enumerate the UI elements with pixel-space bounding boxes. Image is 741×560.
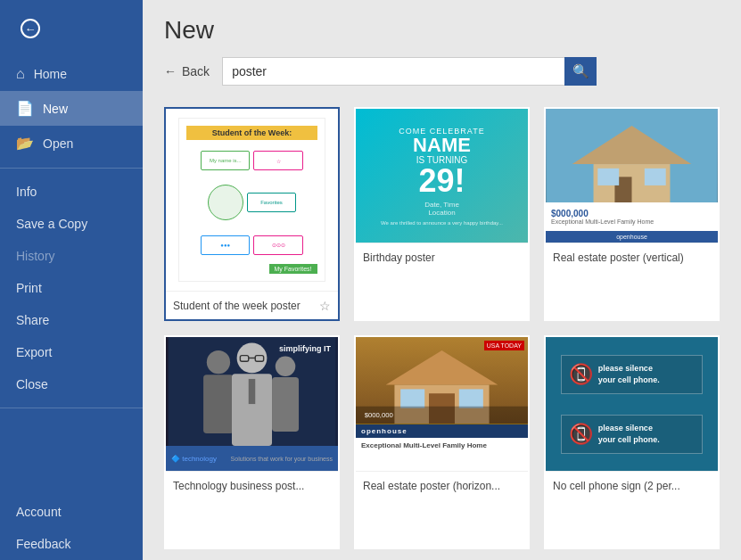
student-card-pink: ☆ xyxy=(253,151,302,170)
student-card-pink2: ⊙⊙⊙ xyxy=(253,235,302,255)
student-fav-tag: My Favorites! xyxy=(269,264,317,274)
template-card-realestate-horiz[interactable]: USA TODAY xyxy=(354,335,530,549)
sidebar-item-label-info: Info xyxy=(16,185,37,199)
realestate-house-img xyxy=(546,109,718,202)
cell-icon-2: 📵 xyxy=(569,423,593,446)
sidebar-divider-2 xyxy=(0,408,143,408)
svg-text:$000,000: $000,000 xyxy=(365,411,393,419)
template-label-realestate-horiz: Real estate poster (horizon... xyxy=(356,471,528,499)
sidebar-nav: ⌂ Home 📄 New 📂 Open Info Save a Copy His… xyxy=(0,57,143,416)
search-button[interactable]: 🔍 xyxy=(564,57,597,86)
template-name-birthday: Birthday poster xyxy=(363,251,435,264)
re2-desc: Exceptional Multi-Level Family Home xyxy=(361,441,523,449)
re2-info: Exceptional Multi-Level Family Home xyxy=(356,438,528,472)
svg-rect-13 xyxy=(249,379,256,404)
svg-point-9 xyxy=(276,357,296,377)
realestate-agency-bar: openhouse xyxy=(546,231,718,243)
realestate-price: $000,000 xyxy=(551,209,654,218)
cell-text-1: please silence your cell phone. xyxy=(598,363,660,385)
template-card-student-week[interactable]: Student of the Week: My name is... ☆ Fav… xyxy=(164,107,340,321)
main-header: New ← Back 🔍 xyxy=(143,0,741,103)
template-thumb-cell-phone: 📵 please silence your cell phone. 📵 plea… xyxy=(546,337,718,471)
student-card-green: My name is... xyxy=(201,151,250,170)
sidebar-item-feedback[interactable]: Feedback xyxy=(0,528,143,560)
sidebar-item-print[interactable]: Print xyxy=(0,272,143,304)
template-thumb-birthday: COME CELEBRATE NAME IS TURNING 29! Date,… xyxy=(356,109,528,243)
sidebar-item-new[interactable]: 📄 New xyxy=(0,91,143,126)
sidebar-item-account[interactable]: Account xyxy=(0,496,143,528)
student-card-teal: Favorites xyxy=(247,193,296,212)
sidebar-item-label-history: History xyxy=(16,249,55,263)
template-label-birthday: Birthday poster xyxy=(356,243,528,271)
sidebar-item-export[interactable]: Export xyxy=(0,336,143,368)
bday-details-text: Date, TimeLocation xyxy=(424,201,459,217)
template-card-cell-phone[interactable]: 📵 please silence your cell phone. 📵 plea… xyxy=(544,335,720,549)
search-input[interactable] xyxy=(222,57,597,86)
home-icon: ⌂ xyxy=(16,66,25,82)
templates-grid: Student of the Week: My name is... ☆ Fav… xyxy=(143,103,741,560)
cell-icon-1: 📵 xyxy=(569,363,593,386)
techbiz-people xyxy=(166,337,338,446)
sidebar-item-label-export: Export xyxy=(16,345,52,359)
back-arrow-icon: ← xyxy=(164,64,177,78)
svg-rect-23 xyxy=(459,389,483,408)
search-icon: 🔍 xyxy=(572,63,589,79)
back-circle-icon: ← xyxy=(21,19,40,38)
sidebar-divider-1 xyxy=(0,168,143,169)
sidebar-item-close[interactable]: Close xyxy=(0,368,143,400)
template-label-cell-phone: No cell phone sign (2 per... xyxy=(546,471,718,499)
svg-rect-5 xyxy=(645,169,666,185)
sidebar-item-open[interactable]: 📂 Open xyxy=(0,126,143,161)
cell-text-2: please silence your cell phone. xyxy=(598,423,660,445)
sidebar-item-label-account: Account xyxy=(16,505,62,519)
sidebar-item-label-close: Close xyxy=(16,377,48,391)
re2-badge: USA TODAY xyxy=(484,341,524,350)
template-card-tech-biz[interactable]: simplifying IT 🔷 technology Solutions th… xyxy=(164,335,340,549)
techbiz-tagline: Solutions that work for your business xyxy=(231,456,333,462)
sidebar-bottom: Account Feedback xyxy=(0,496,143,560)
search-box: 🔍 xyxy=(222,57,597,86)
student-poster-inner: Student of the Week: My name is... ☆ Fav… xyxy=(178,118,325,282)
realestate-info: $000,000 Exceptional Multi-Level Family … xyxy=(546,202,718,231)
template-name-realestate-vert: Real estate poster (vertical) xyxy=(553,251,684,264)
back-arrow-icon: ← xyxy=(25,22,37,36)
sidebar-item-label-open: Open xyxy=(43,136,73,151)
bday-age-text: 29! xyxy=(418,165,465,197)
svg-rect-4 xyxy=(597,169,619,185)
template-card-realestate-vert[interactable]: USA TODAY $ xyxy=(544,107,720,321)
realestate-vert-poster: USA TODAY $ xyxy=(546,109,718,243)
sidebar-item-save-copy[interactable]: Save a Copy xyxy=(0,208,143,240)
sidebar-item-info[interactable]: Info xyxy=(0,176,143,208)
birthday-poster: COME CELEBRATE NAME IS TURNING 29! Date,… xyxy=(356,109,528,243)
house-svg xyxy=(546,109,718,202)
techbiz-headline: simplifying IT xyxy=(279,344,331,353)
realestate2-poster: USA TODAY xyxy=(356,337,528,471)
techbiz-logo: 🔷 technology xyxy=(171,455,217,463)
bday-sub-text: We are thrilled to announce a very happy… xyxy=(381,220,503,226)
sidebar-item-home[interactable]: ⌂ Home xyxy=(0,57,143,91)
cellphone-poster: 📵 please silence your cell phone. 📵 plea… xyxy=(546,337,718,471)
people-svg xyxy=(166,337,338,446)
student-card-blue: ●●● xyxy=(201,235,250,255)
student-cards: My name is... ☆ Favorites ●●● ⊙⊙⊙ xyxy=(186,145,317,260)
favorite-star-icon[interactable]: ☆ xyxy=(319,299,331,313)
sidebar-back-button[interactable]: ← xyxy=(12,11,48,46)
template-thumb-tech-biz: simplifying IT 🔷 technology Solutions th… xyxy=(166,337,338,471)
sidebar-item-label-new: New xyxy=(43,102,68,116)
template-name-realestate-horiz: Real estate poster (horizon... xyxy=(363,480,500,492)
template-label-student-week: Student of the week poster ☆ xyxy=(166,291,338,319)
sidebar-item-share[interactable]: Share xyxy=(0,304,143,336)
sidebar: ← ⌂ Home 📄 New 📂 Open Info Save a Copy H… xyxy=(0,0,143,560)
page-title: New xyxy=(164,16,720,45)
svg-rect-8 xyxy=(203,375,234,433)
new-icon: 📄 xyxy=(16,100,34,117)
open-icon: 📂 xyxy=(16,135,34,152)
cell-sign-2: 📵 please silence your cell phone. xyxy=(561,415,703,454)
template-card-birthday[interactable]: COME CELEBRATE NAME IS TURNING 29! Date,… xyxy=(354,107,530,321)
back-link[interactable]: ← Back xyxy=(164,64,210,78)
svg-rect-10 xyxy=(272,377,299,432)
main-content: New ← Back 🔍 Student of the Week: My nam xyxy=(143,0,741,560)
template-thumb-realestate-horiz: USA TODAY xyxy=(356,337,528,471)
sidebar-item-history: History xyxy=(0,240,143,272)
realestate-desc: Exceptional Multi-Level Family Home xyxy=(551,218,654,225)
